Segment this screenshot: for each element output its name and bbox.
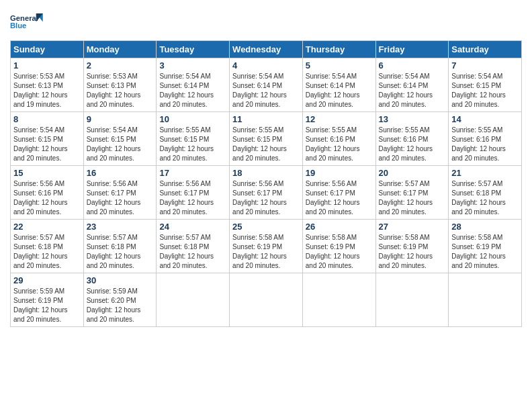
day-info: Sunrise: 5:56 AMSunset: 6:17 PMDaylight:… — [306, 180, 360, 216]
week-row-1: 1 Sunrise: 5:53 AMSunset: 6:13 PMDayligh… — [11, 58, 522, 112]
day-number: 23 — [87, 222, 154, 232]
calendar-cell: 25 Sunrise: 5:58 AMSunset: 6:19 PMDaylig… — [230, 220, 303, 273]
calendar-cell: 7 Sunrise: 5:54 AMSunset: 6:15 PMDayligh… — [449, 58, 522, 112]
day-info: Sunrise: 5:55 AMSunset: 6:15 PMDaylight:… — [232, 126, 287, 162]
calendar-cell: 5 Sunrise: 5:54 AMSunset: 6:14 PMDayligh… — [302, 58, 375, 112]
day-info: Sunrise: 5:57 AMSunset: 6:18 PMDaylight:… — [159, 234, 214, 269]
day-info: Sunrise: 5:56 AMSunset: 6:17 PMDaylight:… — [87, 180, 141, 216]
day-number: 27 — [379, 222, 446, 232]
logo-icon: General Blue — [10, 10, 44, 34]
day-number: 22 — [13, 222, 81, 232]
day-number: 28 — [451, 222, 519, 232]
day-info: Sunrise: 5:56 AMSunset: 6:16 PMDaylight:… — [13, 180, 68, 216]
day-number: 6 — [379, 60, 446, 71]
day-header-saturday: Saturday — [449, 41, 522, 58]
day-info: Sunrise: 5:54 AMSunset: 6:14 PMDaylight:… — [232, 73, 287, 108]
calendar-cell: 23 Sunrise: 5:57 AMSunset: 6:18 PMDaylig… — [83, 220, 157, 273]
day-info: Sunrise: 5:56 AMSunset: 6:17 PMDaylight:… — [232, 180, 287, 216]
calendar-cell: 10 Sunrise: 5:55 AMSunset: 6:15 PMDaylig… — [157, 112, 230, 166]
day-info: Sunrise: 5:55 AMSunset: 6:16 PMDaylight:… — [306, 126, 360, 162]
day-number: 1 — [13, 60, 81, 71]
day-info: Sunrise: 5:56 AMSunset: 6:17 PMDaylight:… — [159, 180, 214, 216]
day-number: 20 — [379, 168, 446, 178]
week-row-2: 8 Sunrise: 5:54 AMSunset: 6:15 PMDayligh… — [11, 112, 522, 166]
week-row-4: 22 Sunrise: 5:57 AMSunset: 6:18 PMDaylig… — [11, 220, 522, 273]
day-number: 9 — [87, 114, 154, 124]
calendar-cell — [375, 273, 449, 327]
calendar-cell — [230, 273, 303, 327]
week-row-5: 29 Sunrise: 5:59 AMSunset: 6:19 PMDaylig… — [11, 273, 522, 327]
calendar-cell — [157, 273, 230, 327]
day-header-tuesday: Tuesday — [157, 41, 230, 58]
day-info: Sunrise: 5:55 AMSunset: 6:16 PMDaylight:… — [379, 126, 433, 162]
day-number: 5 — [306, 60, 373, 71]
day-number: 8 — [13, 114, 81, 124]
day-info: Sunrise: 5:54 AMSunset: 6:15 PMDaylight:… — [451, 73, 506, 108]
calendar-cell — [302, 273, 375, 327]
day-number: 4 — [232, 60, 300, 71]
day-info: Sunrise: 5:59 AMSunset: 6:20 PMDaylight:… — [87, 287, 141, 323]
header: General Blue — [10, 10, 522, 34]
day-info: Sunrise: 5:54 AMSunset: 6:15 PMDaylight:… — [13, 126, 68, 162]
day-info: Sunrise: 5:54 AMSunset: 6:15 PMDaylight:… — [87, 126, 141, 162]
calendar: SundayMondayTuesdayWednesdayThursdayFrid… — [10, 40, 522, 327]
day-number: 2 — [87, 60, 154, 71]
calendar-cell: 13 Sunrise: 5:55 AMSunset: 6:16 PMDaylig… — [375, 112, 449, 166]
day-info: Sunrise: 5:59 AMSunset: 6:19 PMDaylight:… — [13, 287, 68, 323]
calendar-cell: 22 Sunrise: 5:57 AMSunset: 6:18 PMDaylig… — [11, 220, 84, 273]
svg-text:General: General — [10, 14, 38, 22]
calendar-cell: 16 Sunrise: 5:56 AMSunset: 6:17 PMDaylig… — [83, 166, 157, 220]
day-number: 12 — [306, 114, 373, 124]
page: General Blue SundayMondayTuesdayWednesda… — [0, 0, 532, 411]
day-of-week-row: SundayMondayTuesdayWednesdayThursdayFrid… — [11, 41, 522, 58]
day-info: Sunrise: 5:54 AMSunset: 6:14 PMDaylight:… — [379, 73, 433, 108]
calendar-cell: 8 Sunrise: 5:54 AMSunset: 6:15 PMDayligh… — [11, 112, 84, 166]
svg-text:Blue: Blue — [10, 21, 26, 30]
day-header-sunday: Sunday — [11, 41, 84, 58]
calendar-cell: 21 Sunrise: 5:57 AMSunset: 6:18 PMDaylig… — [449, 166, 522, 220]
day-info: Sunrise: 5:58 AMSunset: 6:19 PMDaylight:… — [232, 234, 287, 269]
day-number: 19 — [306, 168, 373, 178]
day-header-monday: Monday — [83, 41, 157, 58]
day-number: 17 — [159, 168, 226, 178]
calendar-cell: 3 Sunrise: 5:54 AMSunset: 6:14 PMDayligh… — [157, 58, 230, 112]
day-info: Sunrise: 5:54 AMSunset: 6:14 PMDaylight:… — [306, 73, 360, 108]
day-number: 10 — [159, 114, 226, 124]
calendar-cell: 4 Sunrise: 5:54 AMSunset: 6:14 PMDayligh… — [230, 58, 303, 112]
day-number: 11 — [232, 114, 300, 124]
calendar-cell: 26 Sunrise: 5:58 AMSunset: 6:19 PMDaylig… — [302, 220, 375, 273]
day-number: 29 — [13, 275, 81, 285]
calendar-cell: 15 Sunrise: 5:56 AMSunset: 6:16 PMDaylig… — [11, 166, 84, 220]
day-number: 15 — [13, 168, 81, 178]
logo: General Blue — [10, 10, 44, 34]
day-info: Sunrise: 5:57 AMSunset: 6:17 PMDaylight:… — [379, 180, 433, 216]
calendar-cell — [449, 273, 522, 327]
day-number: 7 — [451, 60, 519, 71]
calendar-cell: 12 Sunrise: 5:55 AMSunset: 6:16 PMDaylig… — [302, 112, 375, 166]
day-info: Sunrise: 5:53 AMSunset: 6:13 PMDaylight:… — [13, 73, 68, 108]
calendar-cell: 17 Sunrise: 5:56 AMSunset: 6:17 PMDaylig… — [157, 166, 230, 220]
calendar-cell: 2 Sunrise: 5:53 AMSunset: 6:13 PMDayligh… — [83, 58, 157, 112]
day-number: 14 — [451, 114, 519, 124]
day-number: 16 — [87, 168, 154, 178]
calendar-cell: 6 Sunrise: 5:54 AMSunset: 6:14 PMDayligh… — [375, 58, 449, 112]
day-number: 18 — [232, 168, 300, 178]
week-row-3: 15 Sunrise: 5:56 AMSunset: 6:16 PMDaylig… — [11, 166, 522, 220]
calendar-cell: 11 Sunrise: 5:55 AMSunset: 6:15 PMDaylig… — [230, 112, 303, 166]
calendar-cell: 14 Sunrise: 5:55 AMSunset: 6:16 PMDaylig… — [449, 112, 522, 166]
day-info: Sunrise: 5:58 AMSunset: 6:19 PMDaylight:… — [306, 234, 360, 269]
day-number: 21 — [451, 168, 519, 178]
calendar-cell: 1 Sunrise: 5:53 AMSunset: 6:13 PMDayligh… — [11, 58, 84, 112]
day-number: 3 — [159, 60, 226, 71]
day-header-friday: Friday — [375, 41, 449, 58]
day-number: 13 — [379, 114, 446, 124]
day-info: Sunrise: 5:54 AMSunset: 6:14 PMDaylight:… — [159, 73, 214, 108]
day-info: Sunrise: 5:55 AMSunset: 6:15 PMDaylight:… — [159, 126, 214, 162]
calendar-cell: 27 Sunrise: 5:58 AMSunset: 6:19 PMDaylig… — [375, 220, 449, 273]
day-info: Sunrise: 5:57 AMSunset: 6:18 PMDaylight:… — [13, 234, 68, 269]
calendar-cell: 20 Sunrise: 5:57 AMSunset: 6:17 PMDaylig… — [375, 166, 449, 220]
day-info: Sunrise: 5:58 AMSunset: 6:19 PMDaylight:… — [379, 234, 433, 269]
day-number: 24 — [159, 222, 226, 232]
day-header-thursday: Thursday — [302, 41, 375, 58]
calendar-cell: 18 Sunrise: 5:56 AMSunset: 6:17 PMDaylig… — [230, 166, 303, 220]
